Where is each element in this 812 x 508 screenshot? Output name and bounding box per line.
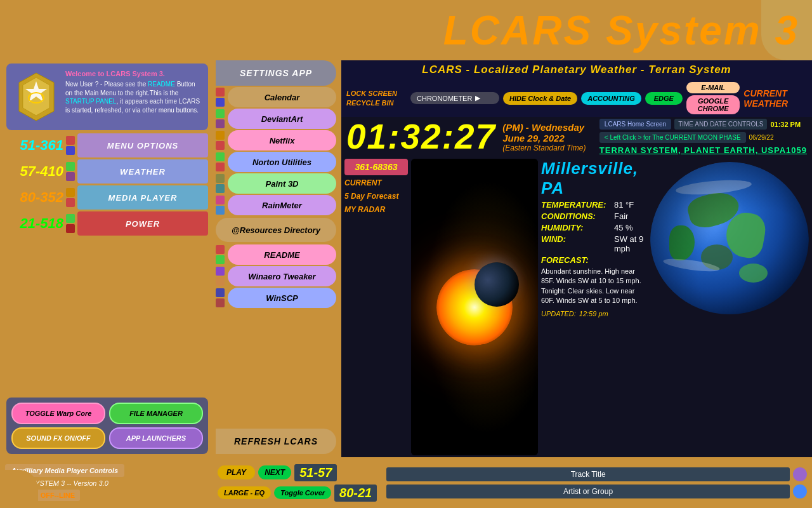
weather-city: Millersville, PA [541,159,647,198]
time-val: 01:32 PM [770,121,801,128]
sun-display [411,159,538,455]
moon-date: 06/29/22 [749,134,774,141]
readme-btn[interactable]: README [228,244,336,265]
norton-utilities-btn[interactable]: Norton Utilities [228,152,336,172]
artist-num-display: 80-21 [334,485,377,502]
current-weather-btn[interactable]: CURRENT [344,177,408,189]
sound-fx-btn[interactable]: SOUND FX ON/OFF [11,427,105,449]
track-title-display: Track Title [386,467,790,481]
weather-subtitle: LCARS - Localized Planetary Weather - Te… [341,60,812,79]
conditions-label: CONDITIONS: [541,211,611,221]
file-manager-btn[interactable]: FILE MANAGER [109,403,203,424]
play-btn[interactable]: PLAY [218,465,255,479]
updated-label: UPDATED: [541,310,576,318]
google-chrome-btn[interactable]: GOOGLE CHROME [686,95,740,114]
paint3d-btn[interactable]: Paint 3D [228,173,336,194]
five-day-btn[interactable]: 5 Day Forecast [344,190,408,202]
startup-panel-link: STARTUP PANEL [65,98,116,105]
wind-val: SW at 9 mph [614,234,647,253]
clock-ampm: (PM) - Wednesday [502,122,586,133]
moon-phase-btn[interactable]: < Left Click > for The CURRENT MOON PHAS… [599,132,746,143]
num-361-display: 361-68363 [344,159,408,175]
edge-btn[interactable]: EDGE [645,92,683,105]
starfleet-badge [13,70,60,124]
toggle-warp-core-btn[interactable]: TOGGLE Warp Core [11,403,105,424]
rainmeter-btn[interactable]: RainMeter [228,195,336,215]
wind-label: WIND: [541,234,611,253]
weather-btn[interactable]: WEATHER [77,159,208,184]
app-title: LCARS System 3 [443,7,799,54]
netflix-btn[interactable]: Netflix [228,130,336,150]
app-launchers-btn[interactable]: APP LAUNCHERS [109,427,203,449]
temp-val: 81 °F [614,200,634,210]
hide-clock-btn[interactable]: HIDE Clock & Date [503,92,577,105]
clock-date: June 29, 2022 [502,133,586,144]
chronometer-bar[interactable]: CHRONOMETER ▶ [410,92,499,104]
menu-options-btn[interactable]: MENU OPTIONS [77,133,208,157]
chronometer-label: CHRONOMETER [417,95,472,102]
artist-label-display: Artist or Group [386,485,790,498]
artist-circle-btn[interactable] [793,485,807,498]
num-badge-1: 51-361 [6,137,63,154]
deviantart-btn[interactable]: DeviantArt [228,109,336,129]
startup-title: Welcome to LCARS System 3. [65,70,202,77]
pandora-status: OFF--LINE [41,491,75,499]
forecast-val: Abundant sunshine. High near 85F. Winds … [541,267,647,306]
refresh-lcars-btn[interactable]: REFRESH LCARS [216,429,336,454]
updated-val: 12:59 pm [579,310,608,318]
calendar-btn[interactable]: Calendar [228,87,336,107]
time-date-controls-label: TIME AND DATE CONTROLS [674,119,767,130]
media-player-btn[interactable]: MEDIA PLAYER [77,185,208,210]
home-screen-btn[interactable]: LCARS Home Screen [599,119,671,130]
settings-app-btn[interactable]: SETTINGS APP [216,60,336,86]
my-radar-btn[interactable]: MY RADAR [344,204,408,215]
recycle-bin-label: RECYCLE BIN [346,99,407,107]
temp-label: TEMPERATURE: [541,200,611,210]
terran-system-link[interactable]: TERRAN SYSTEM, PLANET EARTH, USPA1059 [599,145,807,155]
current-weather-label: CURRENT WEATHER [743,88,807,109]
power-btn[interactable]: POWER [77,211,208,236]
resources-directory-btn[interactable]: @Resources Directory [216,218,336,242]
forecast-label: FORECAST: [541,255,611,265]
humidity-val: 45 % [614,223,633,232]
startup-desc: New User ? - Please see the README Butto… [65,80,202,114]
accounting-btn[interactable]: ACCOUNTING [581,92,641,105]
toggle-cover-btn[interactable]: Toggle Cover [274,486,331,499]
readme-link[interactable]: README [148,81,175,88]
num-badge-3: 80-352 [6,189,63,206]
lock-screen-label: LOCK SCREEN [346,90,407,97]
chrono-arrow-icon: ▶ [475,94,480,102]
humidity-label: HUMIDITY: [541,223,611,232]
email-btn[interactable]: E-MAIL [686,82,740,93]
track-num-display: 51-57 [294,464,337,481]
conditions-val: Fair [614,211,628,221]
num-badge-2: 57-410 [6,163,63,180]
track-circle-btn[interactable] [793,467,807,481]
large-eq-btn[interactable]: LARGE - EQ [218,486,271,499]
num-badge-4: 21-518 [6,215,63,232]
clock-tz: (Eastern Standard Time) [502,144,586,152]
winaero-tweaker-btn[interactable]: Winaero Tweaker [228,266,336,286]
clock-display: 01:32:27 [346,119,496,154]
next-btn[interactable]: NEXT [258,465,291,479]
earth-display [650,162,809,314]
winscp-btn[interactable]: WinSCP [228,288,336,308]
